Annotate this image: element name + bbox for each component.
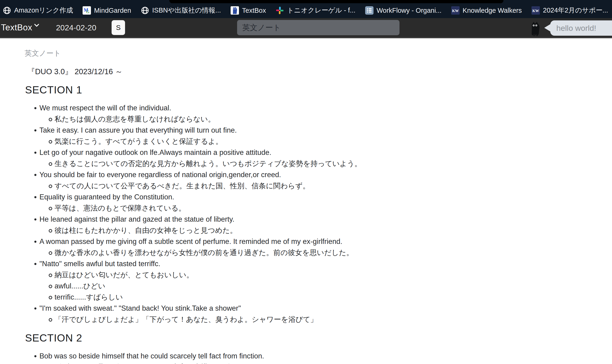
mascot-message: hello world! [556,24,596,33]
sentence-ja[interactable]: 彼は柱にもたれかかり、自由の女神をじっと見つめた。 [40,225,612,236]
sentence-en[interactable]: Take it easy. I can assure you that ever… [25,125,612,147]
sentence-ja[interactable]: 平等は、憲法のもとで保障されている。 [40,203,612,214]
bookmark-label: MindGarden [94,7,131,14]
sentence-en[interactable]: "I'm soaked with sweat." "Stand back! Yo… [25,303,612,325]
bookmark-item[interactable]: WorkFlowy - Organi... [365,6,441,15]
screen: { "browser": { "bookmarks": [ {"label": … [0,0,612,364]
sentence-ja[interactable]: ボブはとても取り乱していたので、真実と虚構を区別することができなかった。 [40,362,612,364]
bookmark-item[interactable]: TextBox [231,6,266,15]
speech-bubble-tail [544,24,551,32]
kw-favicon-icon: KW [451,6,460,15]
translation-list: 微かな香水のよい香りを漂わせながら女性が僕の前を通り過ぎた。前の彼女を思いだした… [40,247,612,258]
mindgarden-favicon-icon: MG [83,6,91,15]
window-notch [169,0,504,3]
bookmark-item[interactable]: Amazonリンク作成 [3,6,73,15]
bookmark-item[interactable]: KW2024年2月のサポー... [532,6,608,15]
globe-favicon-icon [3,6,11,15]
sentence-en[interactable]: Bob was so beside himself that he could … [25,351,612,364]
speech-bubble: hello world! [550,20,612,36]
bookmark-item[interactable]: トニオクレーゲル - f... [276,6,355,15]
sentence-ja[interactable]: すべての人について公平であるべきだ。生まれた国、性別、信条に関わらず。 [40,180,612,192]
sentence-ja[interactable]: 私たちは個人の意志を尊重しなければならない。 [40,114,612,125]
section-heading[interactable]: SECTION 2 [25,332,612,344]
kw-favicon-icon: KW [532,6,540,15]
sentence-en[interactable]: You should be fair to everyone regardles… [25,169,612,192]
sentence-ja[interactable]: 生きることについての否定的な見方から離れよう。いつもポジティブな姿勢を持っていよ… [40,158,612,169]
date-label[interactable]: 2024-02-20 [56,23,96,32]
sentence-en[interactable]: He leaned against the pillar and gazed a… [25,214,612,236]
note-editor[interactable]: 英文ノート 『DUO 3.0』 2023/12/16 ～ SECTION 1We… [0,38,612,364]
bookmark-label: TextBox [242,7,266,14]
owl-blue-favicon-icon [231,6,239,15]
owl-mascot-icon [529,21,542,36]
svg-text:KW: KW [532,9,539,13]
sentence-ja[interactable]: awful......ひどい [40,281,612,292]
svg-text:KW: KW [452,9,459,13]
sentence-en[interactable]: Let go of your nagative outlook on lfe.A… [25,147,612,169]
doc-subtitle[interactable]: 『DUO 3.0』 2023/12/16 ～ [27,66,612,77]
bookmarks-list: Amazonリンク作成MGMindGardenISBNや出版社の情報...Tex… [3,6,612,15]
sentence-en[interactable]: Equality is guaranteed by the Constituti… [25,192,612,214]
sentence-en[interactable]: We must respect the will of the individu… [25,103,612,125]
sentence-ja[interactable]: 「汗でびしょびしょだよ」「下がって！あなた、臭うわよ。シャワーを浴びて」 [40,314,612,325]
app-menu-button[interactable]: TextBox [1,23,39,32]
section-heading[interactable]: SECTION 1 [25,84,612,96]
bookmark-label: Knowledge Walkers [463,7,522,14]
bookmark-label: WorkFlowy - Organi... [376,7,441,14]
sentence-ja[interactable]: 納豆はひどい匂いだが、とてもおいしい。 [40,269,612,281]
app-title: TextBox [1,23,32,32]
svg-text:G: G [86,9,90,14]
chevron-down-icon [34,24,39,28]
app-header: TextBox 2024-02-20 S hello world! [0,18,612,38]
sections-container: SECTION 1We must respect the will of the… [25,84,612,364]
bookmark-item[interactable]: MGMindGarden [83,6,131,15]
translation-list: ボブはとても取り乱していたので、真実と虚構を区別することができなかった。 [40,362,612,364]
translation-list: 私たちは個人の意志を尊重しなければならない。 [40,114,612,125]
translation-list: 納豆はひどい匂いだが、とてもおいしい。awful......ひどいterrifi… [40,269,612,303]
translation-list: 平等は、憲法のもとで保障されている。 [40,203,612,214]
sentence-ja[interactable]: 微かな香水のよい香りを漂わせながら女性が僕の前を通り過ぎた。前の彼女を思いだした… [40,247,612,258]
bookmark-label: Amazonリンク作成 [14,6,73,15]
bookmarks-bar: Amazonリンク作成MGMindGardenISBNや出版社の情報...Tex… [0,0,612,18]
globe-favicon-icon [141,6,149,15]
s-button[interactable]: S [112,20,125,35]
sentence-list: Bob was so beside himself that he could … [25,351,612,364]
bookmark-label: 2024年2月のサポー... [543,6,608,15]
sentence-en[interactable]: A woman passed by me giving off a subtle… [25,236,612,258]
sentence-en[interactable]: "Natto" smells awful but tasted terriffc… [25,258,612,303]
translation-list: 彼は柱にもたれかかり、自由の女神をじっと見つめた。 [40,225,612,236]
workflowy-favicon-icon [365,6,373,15]
translation-list: 気楽に行こう。すべてがうまくいくと保証するよ。 [40,136,612,147]
bookmark-item[interactable]: ISBNや出版社の情報... [141,6,221,15]
doc-title[interactable]: 英文ノート [25,49,612,58]
note-title-input[interactable] [237,20,399,35]
sentence-ja[interactable]: 気楽に行こう。すべてがうまくいくと保証するよ。 [40,136,612,147]
sentence-list: We must respect the will of the individu… [25,103,612,325]
translation-list: 「汗でびしょびしょだよ」「下がって！あなた、臭うわよ。シャワーを浴びて」 [40,314,612,325]
slack-favicon-icon [276,6,284,15]
bookmark-label: トニオクレーゲル - f... [287,6,355,15]
bookmark-item[interactable]: KWKnowledge Walkers [451,6,522,15]
sentence-ja[interactable]: terrific......すばらしい [40,292,612,303]
bookmark-label: ISBNや出版社の情報... [152,6,221,15]
translation-list: すべての人について公平であるべきだ。生まれた国、性別、信条に関わらず。 [40,180,612,192]
translation-list: 生きることについての否定的な見方から離れよう。いつもポジティブな姿勢を持っていよ… [40,158,612,169]
